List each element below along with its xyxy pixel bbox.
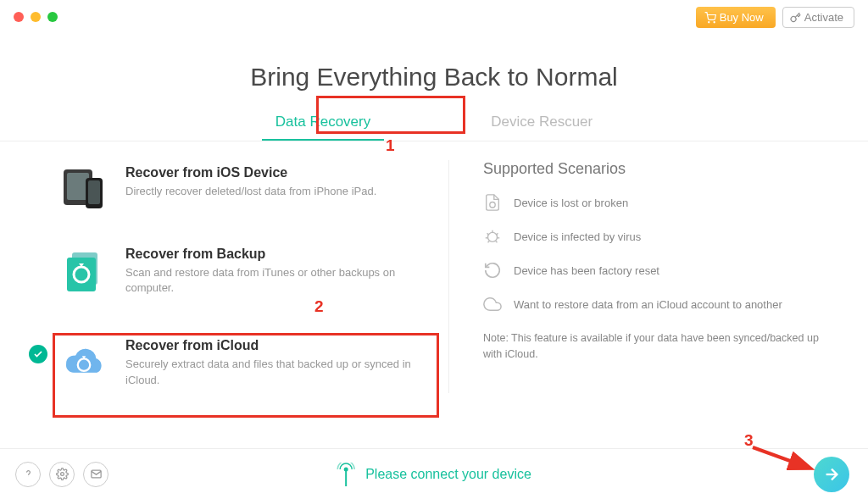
feedback-button[interactable]: [83, 462, 108, 487]
selected-check-icon: [29, 345, 47, 363]
titlebar: Buy Now Activate: [0, 0, 868, 34]
activate-button[interactable]: Activate: [782, 7, 854, 28]
main-content: Recover from iOS Device Directly recover…: [0, 141, 868, 393]
minimize-icon[interactable]: [31, 12, 41, 22]
mail-icon: [90, 468, 103, 480]
scenario-reset: Device has been factory reset: [483, 261, 834, 280]
svg-point-20: [60, 473, 64, 476]
maximize-icon[interactable]: [47, 12, 58, 22]
icloud-icon: [59, 338, 108, 387]
svg-point-0: [708, 21, 709, 22]
connect-text: Please connect your device: [365, 467, 531, 482]
page-title: Bring Everything Back to Normal: [0, 63, 868, 91]
help-button[interactable]: [15, 462, 41, 487]
option-ios-desc: Directly recover deleted/lost data from …: [125, 184, 435, 199]
scenarios-note: Note: This feature is available if your …: [483, 330, 834, 363]
svg-point-11: [488, 232, 498, 241]
key-icon: [790, 12, 801, 23]
tab-device-rescuer[interactable]: Device Rescuer: [477, 108, 606, 141]
scenarios-panel: Supported Scenarios Device is lost or br…: [449, 160, 834, 393]
ios-device-icon: [59, 165, 108, 214]
scenario-reset-text: Device has been factory reset: [514, 264, 659, 277]
next-button[interactable]: [814, 457, 849, 492]
arrow-right-icon: [822, 465, 841, 484]
reset-icon: [483, 261, 502, 280]
buy-now-button[interactable]: Buy Now: [696, 7, 776, 28]
svg-point-10: [490, 202, 495, 208]
scenarios-title: Supported Scenarios: [483, 160, 834, 178]
option-icloud[interactable]: Recover from iCloud Securely extract dat…: [59, 323, 448, 392]
svg-rect-7: [67, 258, 96, 291]
scenario-account-text: Want to restore data from an iCloud acco…: [514, 298, 782, 311]
svg-point-1: [714, 21, 715, 22]
annotation-number-3: 3: [744, 431, 754, 450]
gear-icon: [56, 468, 69, 480]
signal-icon: [337, 463, 355, 486]
tab-bar: Data Recovery Device Rescuer: [0, 108, 868, 141]
svg-line-14: [497, 233, 498, 235]
option-backup[interactable]: Recover from Backup Scan and restore dat…: [59, 241, 448, 301]
svg-line-17: [488, 241, 490, 243]
tab-data-recovery[interactable]: Data Recovery: [262, 108, 384, 141]
svg-line-18: [496, 241, 498, 243]
option-icloud-desc: Securely extract data and files that bac…: [125, 357, 435, 387]
cart-icon: [704, 12, 716, 24]
activate-label: Activate: [804, 11, 843, 24]
scenario-lost: Device is lost or broken: [483, 193, 834, 212]
backup-icon: [59, 247, 108, 296]
cloud-icon: [483, 295, 502, 313]
window-controls: [14, 12, 58, 22]
recovery-options: Recover from iOS Device Directly recover…: [59, 160, 449, 393]
footer-bar: Please connect your device: [0, 448, 868, 499]
option-backup-title: Recover from Backup: [125, 247, 435, 262]
document-refresh-icon: [483, 193, 502, 212]
svg-line-13: [487, 233, 489, 235]
option-ios-title: Recover from iOS Device: [125, 165, 435, 180]
scenario-lost-text: Device is lost or broken: [514, 197, 628, 209]
option-icloud-title: Recover from iCloud: [125, 338, 435, 353]
settings-button[interactable]: [49, 462, 75, 487]
scenario-account: Want to restore data from an iCloud acco…: [483, 295, 834, 313]
svg-point-22: [344, 467, 348, 471]
scenario-virus-text: Device is infected by virus: [514, 230, 641, 243]
question-icon: [22, 468, 35, 480]
svg-rect-5: [88, 180, 100, 204]
scenario-virus: Device is infected by virus: [483, 227, 834, 246]
connect-device-message: Please connect your device: [337, 463, 531, 486]
buy-label: Buy Now: [720, 11, 764, 24]
option-backup-desc: Scan and restore data from iTunes or oth…: [125, 265, 435, 296]
close-icon[interactable]: [14, 12, 24, 22]
option-ios-device[interactable]: Recover from iOS Device Directly recover…: [59, 160, 448, 219]
bug-icon: [483, 227, 502, 246]
